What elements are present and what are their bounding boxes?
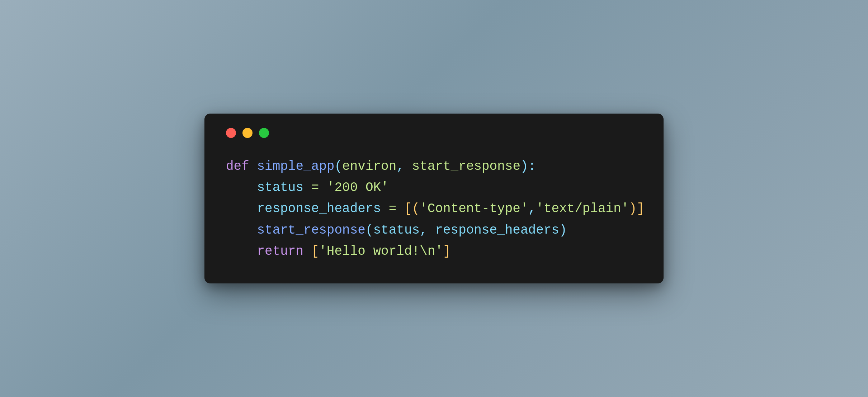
- minimize-button[interactable]: [242, 128, 253, 138]
- code-line-1: def simple_app(environ, start_response):: [226, 156, 642, 177]
- close-button[interactable]: [226, 128, 236, 138]
- code-line-2: status = '200 OK': [226, 177, 642, 198]
- code-window: def simple_app(environ, start_response):…: [204, 114, 664, 284]
- code-block: def simple_app(environ, start_response):…: [226, 156, 642, 262]
- maximize-button[interactable]: [259, 128, 269, 138]
- title-bar: [226, 128, 642, 138]
- code-line-4: start_response(status, response_headers): [226, 220, 642, 241]
- code-line-5: return ['Hello world!\n']: [226, 241, 642, 262]
- code-line-3: response_headers = [('Content-type','tex…: [226, 198, 642, 219]
